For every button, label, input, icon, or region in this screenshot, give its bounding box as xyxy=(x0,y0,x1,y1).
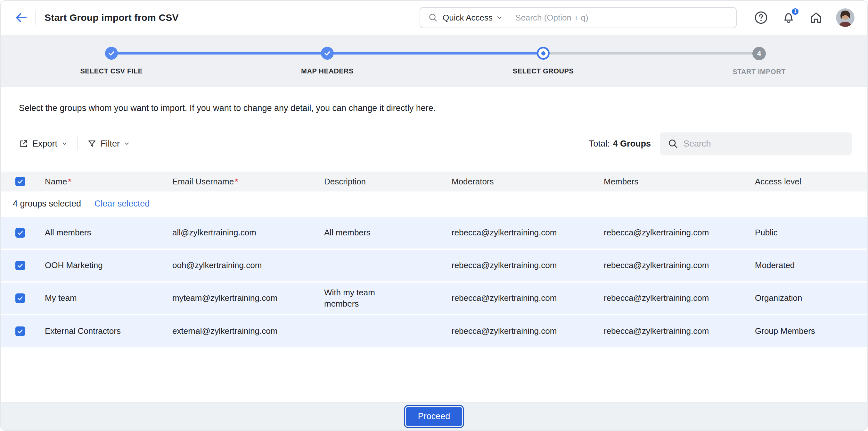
step-map-headers[interactable]: MAP HEADERS xyxy=(247,35,407,75)
select-all-checkbox[interactable] xyxy=(16,177,25,186)
page-description: Select the groups whom you want to impor… xyxy=(1,87,867,113)
search-icon xyxy=(668,138,678,149)
home-button[interactable] xyxy=(808,10,824,25)
home-icon xyxy=(809,10,824,25)
cell-moderators: rebecca@zylkertraining.com xyxy=(452,325,557,337)
cell-moderators: rebecca@zylkertraining.com xyxy=(452,227,557,238)
search-icon xyxy=(428,12,438,23)
active-step-dot xyxy=(541,51,546,56)
top-bar: Start Group import from CSV Quick Access xyxy=(1,1,867,35)
export-icon xyxy=(19,139,29,148)
app-window: Start Group import from CSV Quick Access xyxy=(0,0,868,431)
search-divider xyxy=(508,11,508,24)
step-start-import: 4 START IMPORT xyxy=(679,35,839,76)
help-circle-icon xyxy=(754,10,768,25)
global-search-input[interactable] xyxy=(515,13,728,23)
row-checkbox[interactable] xyxy=(16,261,25,270)
column-header-name: Name* xyxy=(33,172,160,192)
step-label: SELECT CSV FILE xyxy=(80,67,143,75)
cell-name: All members xyxy=(45,227,91,238)
step-select-groups: SELECT GROUPS xyxy=(463,35,623,75)
chevron-down-icon xyxy=(124,140,130,147)
cell-moderators: rebecca@zylkertraining.com xyxy=(452,292,557,304)
table-row[interactable]: External Contractors external@zylkertrai… xyxy=(1,315,868,347)
filter-label: Filter xyxy=(100,139,120,149)
page-title: Start Group import from CSV xyxy=(44,12,179,23)
chevron-down-icon xyxy=(496,14,503,21)
total-label: Total: xyxy=(589,139,610,149)
topbar-icons: 1 xyxy=(753,8,855,27)
export-label: Export xyxy=(32,139,57,149)
help-button[interactable] xyxy=(753,10,769,25)
notifications-button[interactable]: 1 xyxy=(781,10,796,25)
cell-email: ooh@zylkertraining.com xyxy=(172,260,262,271)
user-avatar[interactable] xyxy=(836,8,855,27)
total-groups: Total: 4 Groups xyxy=(589,139,651,149)
table-header-row: Name* Email Username* Description Modera… xyxy=(1,172,868,192)
step-number: 4 xyxy=(752,47,766,60)
row-checkbox[interactable] xyxy=(16,326,25,336)
chevron-down-icon xyxy=(61,140,68,147)
cell-email: myteam@zylkertraining.com xyxy=(172,292,277,304)
column-header-email: Email Username* xyxy=(160,172,312,192)
step-label: START IMPORT xyxy=(733,68,786,76)
cell-members: rebecca@zylkertraining.com xyxy=(604,292,709,304)
table-search-box xyxy=(660,133,852,155)
column-header-access-level: Access level xyxy=(743,172,868,192)
cell-members: rebecca@zylkertraining.com xyxy=(604,325,709,337)
cell-email: external@zylkertraining.com xyxy=(172,325,277,337)
cell-access-level: Moderated xyxy=(755,260,795,271)
table-row[interactable]: My team myteam@zylkertraining.com With m… xyxy=(1,282,868,315)
checkmark-icon xyxy=(323,49,331,57)
cell-description: All members xyxy=(324,227,370,238)
column-header-members: Members xyxy=(592,172,743,192)
column-header-description: Description xyxy=(312,172,439,192)
cell-name: OOH Marketing xyxy=(45,260,103,271)
title-divider xyxy=(35,10,36,25)
proceed-button[interactable]: Proceed xyxy=(406,407,463,426)
cell-moderators: rebecca@zylkertraining.com xyxy=(452,260,557,271)
cell-members: rebecca@zylkertraining.com xyxy=(604,227,709,238)
required-marker: * xyxy=(68,177,71,186)
groups-table: Name* Email Username* Description Modera… xyxy=(1,172,868,347)
table-row[interactable]: All members all@zylkertraining.com All m… xyxy=(1,217,868,249)
footer-bar: Proceed xyxy=(1,402,867,430)
cell-name: External Contractors xyxy=(45,325,121,337)
column-header-moderators: Moderators xyxy=(439,172,592,192)
filter-funnel-icon xyxy=(87,139,97,148)
filter-button[interactable]: Filter xyxy=(87,139,130,149)
required-marker: * xyxy=(235,177,238,186)
back-button[interactable] xyxy=(13,9,29,26)
selection-summary-row: 4 groups selected Clear selected xyxy=(1,192,868,217)
toolbar-divider xyxy=(77,137,78,150)
cell-members: rebecca@zylkertraining.com xyxy=(604,260,709,271)
checkmark-icon xyxy=(107,49,115,57)
step-label: SELECT GROUPS xyxy=(513,67,574,75)
cell-email: all@zylkertraining.com xyxy=(172,227,256,238)
cell-name: My team xyxy=(45,292,77,304)
cell-access-level: Group Members xyxy=(755,325,815,337)
quick-access-dropdown[interactable]: Quick Access xyxy=(443,13,493,23)
cell-description: With my team members xyxy=(324,287,404,310)
row-checkbox[interactable] xyxy=(16,228,25,238)
cell-access-level: Public xyxy=(755,227,778,238)
notification-badge: 1 xyxy=(791,7,800,16)
back-arrow-icon xyxy=(14,10,29,25)
global-search-bar: Quick Access xyxy=(420,7,737,28)
selection-count: 4 groups selected xyxy=(13,199,81,208)
step-label: MAP HEADERS xyxy=(301,67,353,75)
main-content: Select the groups whom you want to impor… xyxy=(1,87,867,403)
import-stepper: SELECT CSV FILE MAP HEADERS SELECT GROUP… xyxy=(1,35,867,87)
row-checkbox[interactable] xyxy=(16,293,25,303)
table-toolbar: Export Filter xyxy=(1,133,867,155)
table-body: 4 groups selected Clear selected All mem… xyxy=(1,192,868,347)
table-search-input[interactable] xyxy=(683,139,844,149)
export-button[interactable]: Export xyxy=(19,139,68,149)
cell-access-level: Organization xyxy=(755,292,802,304)
step-select-csv-file[interactable]: SELECT CSV FILE xyxy=(31,35,191,75)
table-row[interactable]: OOH Marketing ooh@zylkertraining.com reb… xyxy=(1,249,868,282)
total-value: 4 Groups xyxy=(613,139,651,149)
clear-selected-link[interactable]: Clear selected xyxy=(94,199,150,208)
